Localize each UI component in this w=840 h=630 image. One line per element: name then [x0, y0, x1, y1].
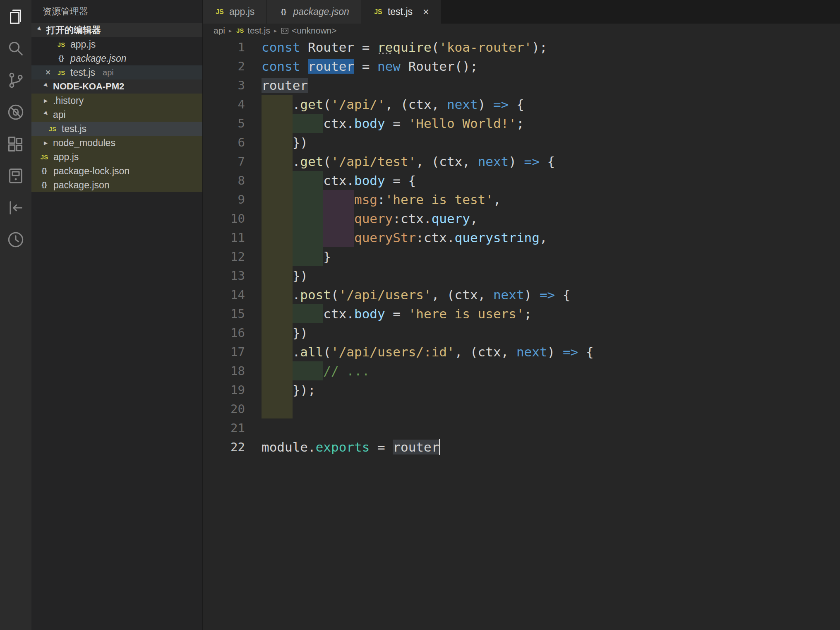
code-token: querystring: [455, 230, 540, 245]
close-icon[interactable]: ✕: [422, 7, 430, 17]
code-text[interactable]: }): [262, 266, 308, 285]
close-icon[interactable]: ✕: [45, 65, 51, 79]
code-token: post: [300, 287, 331, 302]
tab-test-js[interactable]: JStest.js✕: [361, 0, 442, 24]
line-number[interactable]: 21: [203, 418, 262, 438]
code-text[interactable]: .post('/api/users', (ctx, next) => {: [262, 285, 571, 304]
open-editor-item-app-js[interactable]: JSapp.js: [31, 37, 202, 51]
code-token: [262, 304, 293, 323]
code-line: 21: [203, 418, 840, 438]
open-editor-item-package-json[interactable]: {}package.json: [31, 51, 202, 65]
code-token: (: [432, 40, 439, 55]
code-token: [262, 171, 293, 190]
tree-item-package-json[interactable]: {}package.json: [31, 178, 202, 192]
file-label: package-lock.json: [53, 166, 130, 177]
open-editor-item-test-js[interactable]: ✕JStest.jsapi: [31, 65, 202, 79]
tree-item-test-js[interactable]: JStest.js: [31, 122, 202, 136]
activity-debug-button[interactable]: [5, 102, 26, 123]
code-token: {: [555, 287, 570, 302]
code-text[interactable]: .get('/api/test', (ctx, next) => {: [262, 152, 555, 171]
code-token: [293, 304, 324, 323]
line-number[interactable]: 17: [203, 342, 262, 361]
code-text[interactable]: }): [262, 133, 308, 152]
code-line: 7 .get('/api/test', (ctx, next) => {: [203, 152, 840, 171]
code-text[interactable]: router: [262, 76, 308, 95]
activity-source-control-button[interactable]: [5, 70, 26, 91]
line-number[interactable]: 5: [203, 114, 262, 133]
code-token: query: [354, 211, 393, 226]
line-number[interactable]: 14: [203, 285, 262, 304]
line-number[interactable]: 16: [203, 323, 262, 342]
line-number[interactable]: 15: [203, 304, 262, 323]
breadcrumb-item-unknown[interactable]: <unknown>: [281, 26, 337, 36]
code-text[interactable]: }: [262, 247, 331, 266]
line-number[interactable]: 4: [203, 95, 262, 114]
code-line: 22module.exports = router: [203, 438, 840, 457]
code-token: , (ctx,: [455, 344, 516, 359]
code-text[interactable]: ctx.body = 'here is users';: [262, 304, 532, 323]
tree-item-api[interactable]: ▸api: [31, 108, 202, 122]
code-token: [262, 361, 293, 380]
activity-explorer-button[interactable]: [5, 6, 26, 27]
breadcrumb-label: test.js: [247, 26, 270, 36]
line-number[interactable]: 6: [203, 133, 262, 152]
tab-package-json[interactable]: {}package.json: [266, 0, 361, 24]
line-number[interactable]: 1: [203, 38, 262, 57]
code-text[interactable]: [262, 399, 293, 418]
tab-app-js[interactable]: JSapp.js: [203, 0, 266, 24]
code-text[interactable]: .all('/api/users/:id', (ctx, next) => {: [262, 342, 594, 361]
line-number[interactable]: 10: [203, 209, 262, 228]
line-number[interactable]: 22: [203, 438, 262, 457]
code-token: (: [331, 287, 339, 302]
line-number[interactable]: 2: [203, 57, 262, 76]
activity-extensions-button[interactable]: [5, 134, 26, 154]
breadcrumb-item-test-js[interactable]: JStest.js: [235, 26, 270, 36]
section-open-editors[interactable]: ▸ 打开的编辑器: [31, 23, 202, 37]
code-text[interactable]: msg:'here is test',: [262, 190, 501, 209]
code-token: ;: [516, 116, 524, 131]
code-text[interactable]: const router = new Router();: [262, 57, 478, 76]
line-number[interactable]: 20: [203, 399, 262, 418]
tree-item-history[interactable]: ▸.history: [31, 94, 202, 108]
tree-item-node-modules[interactable]: ▸node_modules: [31, 136, 202, 150]
line-number[interactable]: 18: [203, 361, 262, 380]
code-token: require: [377, 40, 432, 55]
line-number[interactable]: 13: [203, 266, 262, 285]
file-tree: ▸.history▸apiJStest.js▸node_modulesJSapp…: [31, 94, 202, 192]
tree-item-package-lock-json[interactable]: {}package-lock.json: [31, 164, 202, 178]
line-number[interactable]: 19: [203, 380, 262, 399]
chevron-collapsed-icon: ▸: [44, 97, 53, 104]
text-cursor: [439, 439, 440, 455]
code-text[interactable]: module.exports = router: [262, 438, 440, 457]
code-token: exports: [316, 440, 370, 454]
line-number[interactable]: 9: [203, 190, 262, 209]
code-text[interactable]: // ...: [262, 361, 370, 380]
line-number[interactable]: 7: [203, 152, 262, 171]
code-text[interactable]: queryStr:ctx.querystring,: [262, 228, 547, 247]
tab-label: app.js: [229, 6, 254, 17]
code-token: :: [377, 192, 385, 207]
code-text[interactable]: ctx.body = 'Hello World!';: [262, 114, 524, 133]
extensions-icon: [6, 135, 25, 154]
tree-item-app-js[interactable]: JSapp.js: [31, 150, 202, 164]
line-number[interactable]: 8: [203, 171, 262, 190]
code-text[interactable]: ctx.body = {: [262, 171, 416, 190]
sidebar-title: 资源管理器: [31, 0, 202, 23]
breadcrumb-item-api[interactable]: api: [214, 26, 225, 36]
activity-output-button[interactable]: [5, 197, 26, 218]
activity-search-button[interactable]: [5, 38, 26, 59]
code-editor[interactable]: 1const Router = require('koa-router');2c…: [203, 37, 840, 630]
code-text[interactable]: query:ctx.query,: [262, 209, 478, 228]
code-text[interactable]: });: [262, 380, 316, 399]
section-project-root[interactable]: ▸ NODE-KOA-PM2: [31, 79, 202, 94]
line-number[interactable]: 11: [203, 228, 262, 247]
line-number[interactable]: 12: [203, 247, 262, 266]
activity-remote-button[interactable]: [5, 166, 26, 186]
code-token: ): [478, 97, 493, 112]
line-number[interactable]: 3: [203, 76, 262, 95]
code-token: }: [323, 249, 331, 264]
code-text[interactable]: .get('/api/', (ctx, next) => {: [262, 95, 524, 114]
code-text[interactable]: }): [262, 323, 308, 342]
activity-timeline-button[interactable]: [5, 229, 26, 250]
code-text[interactable]: const Router = require('koa-router');: [262, 38, 547, 57]
